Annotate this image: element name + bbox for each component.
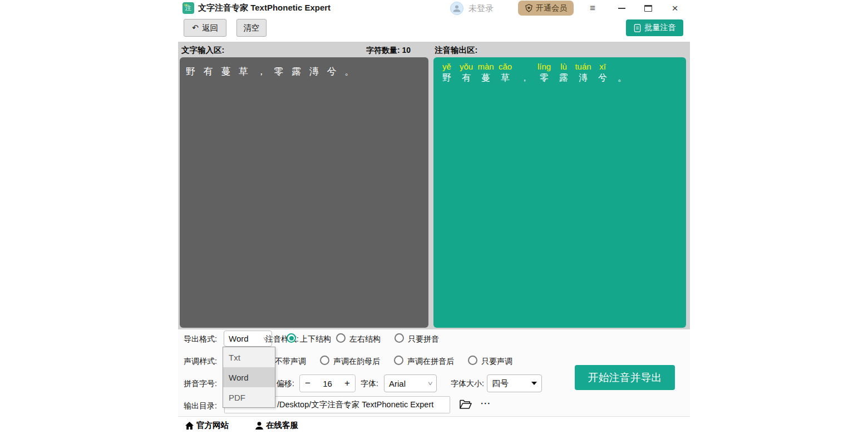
back-arrow-icon: ↶ [192,23,199,32]
vip-shield-icon [525,4,533,12]
pinyin-size-label: 拼音字号: [184,379,217,389]
app-window: Mr注 文字注音专家 TextPhonetic Expert 未登录 开通会员 … [178,0,690,434]
titlebar: Mr注 文字注音专家 TextPhonetic Expert 未登录 开通会员 … [178,0,690,17]
radio-annotation-pinyinonly-label: 只要拼音 [408,334,439,344]
pinyin-hanzi-pair: xī兮 [594,61,611,84]
pinyin-hanzi-pair: lù露 [555,61,572,84]
chevron-down-icon: ˅ [427,380,432,387]
radio-tone-after-final-label: 声调在韵母后 [333,357,380,367]
char-count-label: 字符数量: [366,46,400,55]
pinyin-hanzi-pair: líng零 [536,61,553,84]
app-icon: Mr注 [183,2,194,14]
export-format-value: Word [229,334,249,343]
radio-tone-after-final[interactable] [320,356,329,365]
radio-annotation-updown[interactable] [287,333,296,343]
radio-annotation-updown-label: 上下结构 [300,334,331,344]
footer: 官方网站 在线客服 [178,416,690,434]
radio-tone-after-pinyin-label: 声调在拼音后 [407,357,454,367]
pinyin-hanzi-lines: yě野 yǒu有 màn蔓 cǎo草 ， líng零 lù露 tuán漙 xī兮… [438,61,681,84]
input-area-label: 文字输入区: [181,45,224,56]
minimize-icon[interactable] [612,0,631,17]
clear-button[interactable]: 清空 [236,19,267,37]
more-options-button[interactable]: ⋯ [480,397,492,410]
official-website-link[interactable]: 官方网站 [185,420,229,431]
pinyin-hanzi-pair: tuán漙 [575,61,591,84]
maximize-icon[interactable] [639,0,658,17]
avatar[interactable] [450,2,463,15]
batch-annotate-button[interactable]: 批量注音 [626,19,683,36]
char-count-value: 10 [402,46,411,55]
radio-annotation-leftright[interactable] [336,333,346,343]
folder-icon[interactable] [459,398,474,412]
main-area: 文字输入区: 字符数量: 10 注音输出区: 野 有 蔓 草 ， 零 露 漙 兮… [178,42,690,329]
offset-minus-button[interactable]: − [300,378,315,389]
radio-tone-only[interactable] [468,356,477,365]
dropdown-option-word[interactable]: Word [223,367,275,387]
radio-tone-none-label: 不带声调 [275,357,306,367]
offset-value: 16 [315,379,339,388]
pinyin-hanzi-pair: cǎo草 [497,61,514,84]
radio-tone-only-label: 只要声调 [481,357,512,367]
font-size-select[interactable]: 四号 [487,374,542,392]
start-export-button[interactable]: 开始注音并导出 [575,365,675,390]
pinyin-hanzi-pair: yǒu有 [458,61,475,84]
output-dir-label: 输出目录: [184,401,217,411]
export-format-dropdown: Txt Word PDF [223,347,275,408]
batch-label: 批量注音 [645,23,676,33]
font-size-value: 四号 [492,378,509,389]
membership-button[interactable]: 开通会员 [518,1,574,16]
pinyin-hanzi-pair: yě野 [438,61,455,84]
font-value: Arial [389,379,406,388]
pinyin-hanzi-pair: ， [516,61,533,84]
export-format-select[interactable]: Word ˅ [224,331,272,347]
text-input-area[interactable]: 野 有 蔓 草 ， 零 露 漙 兮 。 [180,57,428,328]
online-support-label: 在线客服 [266,420,298,431]
font-size-label: 字体大小: [451,379,484,389]
menu-icon[interactable]: ≡ [583,0,602,17]
offset-label: 偏移: [277,379,294,389]
app-icon-accent: Mr [184,3,188,7]
home-icon [185,421,194,430]
back-button[interactable]: ↶ 返回 [184,19,226,37]
phonetic-output-area[interactable]: yě野 yǒu有 màn蔓 cǎo草 ， líng零 lù露 tuán漙 xī兮… [433,57,686,328]
triangle-down-icon [531,382,537,385]
dropdown-option-pdf[interactable]: PDF [223,387,275,407]
support-person-icon [255,421,264,430]
output-area-label: 注音输出区: [435,45,477,56]
input-text: 野 有 蔓 草 ， 零 露 漙 兮 。 [186,65,422,79]
document-icon [634,24,642,32]
toolbar: ↶ 返回 清空 批量注音 [178,17,690,42]
radio-annotation-leftright-label: 左右结构 [349,334,381,344]
radio-tone-after-pinyin[interactable] [394,356,403,365]
radio-annotation-pinyinonly[interactable] [394,333,404,343]
pinyin-hanzi-pair: 。 [614,61,630,84]
window-title: 文字注音专家 TextPhonetic Expert [198,3,331,13]
pinyin-hanzi-pair: màn蔓 [477,61,494,84]
official-website-label: 官方网站 [196,420,229,431]
offset-plus-button[interactable]: + [339,378,355,389]
char-count: 字符数量: 10 [366,46,411,56]
export-format-label: 导出格式: [184,334,217,344]
membership-label: 开通会员 [536,3,567,13]
user-icon [452,4,461,13]
clear-label: 清空 [244,23,260,33]
font-select[interactable]: Arial ˅ [384,374,437,392]
close-icon[interactable]: × [665,0,684,17]
login-status[interactable]: 未登录 [468,3,494,14]
font-label: 字体: [361,379,378,389]
dropdown-option-txt[interactable]: Txt [223,347,275,367]
tone-style-label: 声调样式: [184,357,217,367]
back-label: 返回 [202,23,218,33]
offset-stepper: − 16 + [299,374,356,392]
online-support-link[interactable]: 在线客服 [255,420,298,431]
